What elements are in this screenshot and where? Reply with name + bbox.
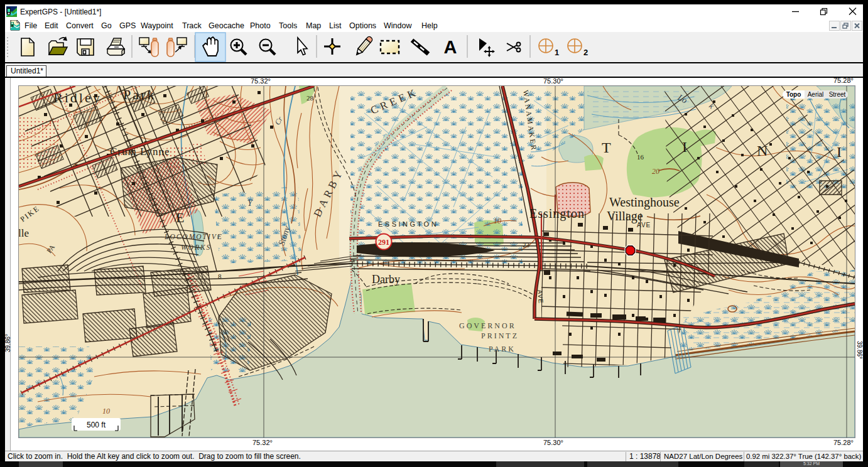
svg-text:AVE: AVE <box>536 289 545 304</box>
svg-text:23: 23 <box>523 241 530 249</box>
svg-text:lle: lle <box>19 227 29 239</box>
svg-text:16: 16 <box>637 153 644 161</box>
svg-text:Crum Lynne: Crum Lynne <box>110 146 170 158</box>
svg-text:ESSINGTON: ESSINGTON <box>378 220 438 228</box>
svg-text:Darby: Darby <box>372 273 400 286</box>
svg-text:50: 50 <box>205 116 212 125</box>
svg-text:I: I <box>682 139 687 155</box>
svg-text:500 ft: 500 ft <box>87 421 106 429</box>
svg-text:T: T <box>602 139 611 156</box>
svg-text:10: 10 <box>102 407 110 416</box>
svg-text:A: A <box>444 37 457 57</box>
svg-text:PARK: PARK <box>489 345 516 353</box>
svg-text:Ridley: Ridley <box>53 90 102 105</box>
svg-text:8: 8 <box>218 272 222 280</box>
svg-text:I: I <box>837 144 842 160</box>
svg-text:Essington: Essington <box>529 207 585 221</box>
svg-text:N: N <box>757 142 768 159</box>
svg-text:WORKS: WORKS <box>181 244 211 251</box>
svg-text:2: 2 <box>583 48 588 57</box>
svg-text:PRINTZ: PRINTZ <box>481 331 519 340</box>
svg-text:1: 1 <box>555 48 559 57</box>
svg-text:Park: Park <box>123 87 156 102</box>
svg-text:28: 28 <box>307 94 314 102</box>
svg-text:Westinghouse: Westinghouse <box>609 195 680 210</box>
svg-text:10: 10 <box>494 217 501 225</box>
svg-text:291: 291 <box>378 238 389 247</box>
svg-text:AVE: AVE <box>637 222 651 228</box>
svg-text:E: E <box>176 210 184 225</box>
svg-text:GOVERNOR: GOVERNOR <box>459 321 516 330</box>
svg-text:LOCOMOTIVE: LOCOMOTIVE <box>164 233 223 240</box>
svg-text:20: 20 <box>652 167 659 176</box>
